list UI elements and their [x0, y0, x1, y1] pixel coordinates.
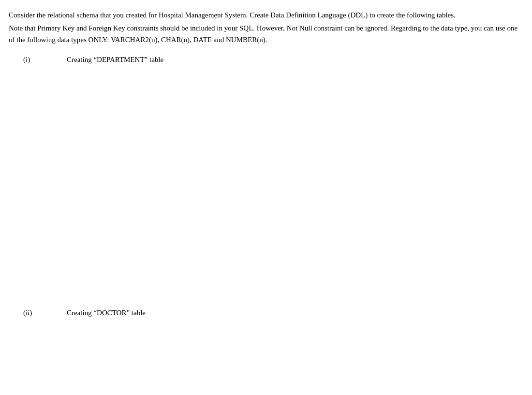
intro-text: Consider the relational schema that you …	[9, 10, 523, 21]
question-item-2: (ii) Creating “DOCTOR” table	[9, 307, 523, 319]
question-label-1: (i)	[23, 54, 67, 65]
question-text-1: Creating “DEPARTMENT” table	[67, 54, 163, 65]
question-item-1: (i) Creating “DEPARTMENT” table	[9, 54, 523, 65]
question-text-2: Creating “DOCTOR” table	[67, 307, 146, 319]
question-label-2: (ii)	[23, 307, 67, 319]
spacer-between-questions	[9, 65, 523, 303]
note-text: Note that Primary Key and Foreign Key co…	[9, 23, 523, 46]
